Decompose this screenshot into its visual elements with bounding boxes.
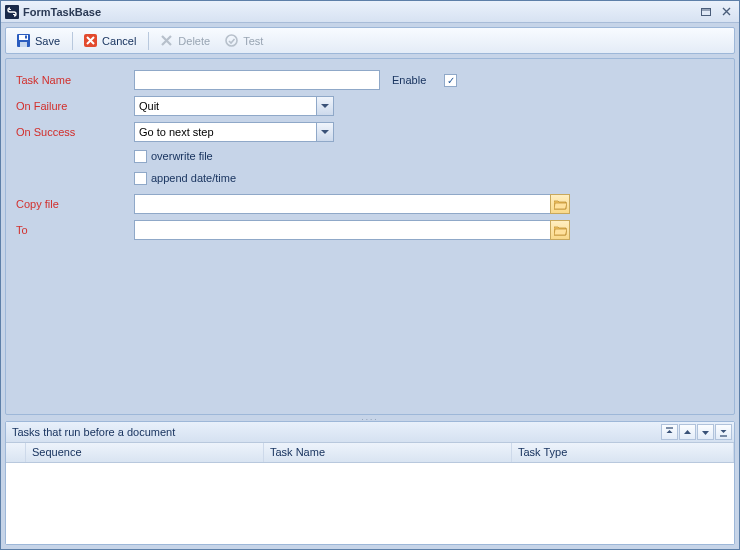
to-field <box>134 220 570 240</box>
append-datetime-checkbox[interactable] <box>134 172 147 185</box>
cancel-label: Cancel <box>102 35 136 47</box>
grid-title: Tasks that run before a document <box>12 426 660 438</box>
grid-row-header <box>6 443 26 462</box>
label-enable: Enable <box>392 74 426 86</box>
label-task-name: Task Name <box>12 74 134 86</box>
app-icon <box>5 5 19 19</box>
cancel-icon <box>83 33 98 48</box>
form-panel: Task Name Enable ✓ On Failure On Success <box>5 58 735 415</box>
col-task-type[interactable]: Task Type <box>512 443 734 462</box>
grid-titlebar: Tasks that run before a document <box>6 422 734 443</box>
grid-body[interactable] <box>6 463 734 544</box>
label-on-failure: On Failure <box>12 100 134 112</box>
label-append-datetime: append date/time <box>151 172 236 184</box>
col-sequence[interactable]: Sequence <box>26 443 264 462</box>
body: Task Name Enable ✓ On Failure On Success <box>5 58 735 421</box>
task-name-input[interactable] <box>134 70 380 90</box>
svg-rect-5 <box>25 36 27 39</box>
toolbar-separator <box>148 32 149 50</box>
move-top-button[interactable] <box>661 424 678 440</box>
on-failure-select[interactable] <box>134 96 334 116</box>
save-label: Save <box>35 35 60 47</box>
label-copy-file: Copy file <box>12 198 134 210</box>
window: FormTaskBase Save Cancel Delete <box>0 0 740 550</box>
chevron-down-icon[interactable] <box>316 97 333 115</box>
copy-file-input[interactable] <box>134 194 550 214</box>
browse-copy-file-button[interactable] <box>550 194 570 214</box>
save-button[interactable]: Save <box>10 31 66 50</box>
on-success-value[interactable] <box>135 123 316 141</box>
col-task-name[interactable]: Task Name <box>264 443 512 462</box>
titlebar: FormTaskBase <box>1 1 739 23</box>
grid-header-row: Sequence Task Name Task Type <box>6 443 734 463</box>
copy-file-field <box>134 194 570 214</box>
delete-icon <box>159 33 174 48</box>
overwrite-file-checkbox[interactable] <box>134 150 147 163</box>
cancel-button[interactable]: Cancel <box>77 31 142 50</box>
maximize-button[interactable] <box>697 5 715 19</box>
move-down-button[interactable] <box>697 424 714 440</box>
toolbar-separator <box>72 32 73 50</box>
enable-checkbox[interactable]: ✓ <box>444 74 457 87</box>
toolbar: Save Cancel Delete Test <box>5 27 735 54</box>
label-overwrite-file: overwrite file <box>151 150 213 162</box>
svg-point-7 <box>226 35 237 46</box>
tasks-grid-panel: Tasks that run before a document Sequenc… <box>5 421 735 545</box>
test-icon <box>224 33 239 48</box>
to-input[interactable] <box>134 220 550 240</box>
browse-to-button[interactable] <box>550 220 570 240</box>
chevron-down-icon[interactable] <box>316 123 333 141</box>
move-up-button[interactable] <box>679 424 696 440</box>
label-on-success: On Success <box>12 126 134 138</box>
folder-icon <box>554 199 567 210</box>
svg-rect-4 <box>20 42 27 47</box>
delete-label: Delete <box>178 35 210 47</box>
close-button[interactable] <box>717 5 735 19</box>
label-to: To <box>12 224 134 236</box>
on-success-select[interactable] <box>134 122 334 142</box>
test-label: Test <box>243 35 263 47</box>
folder-icon <box>554 225 567 236</box>
delete-button: Delete <box>153 31 216 50</box>
on-failure-value[interactable] <box>135 97 316 115</box>
window-title: FormTaskBase <box>23 6 695 18</box>
move-bottom-button[interactable] <box>715 424 732 440</box>
test-button: Test <box>218 31 269 50</box>
save-icon <box>16 33 31 48</box>
